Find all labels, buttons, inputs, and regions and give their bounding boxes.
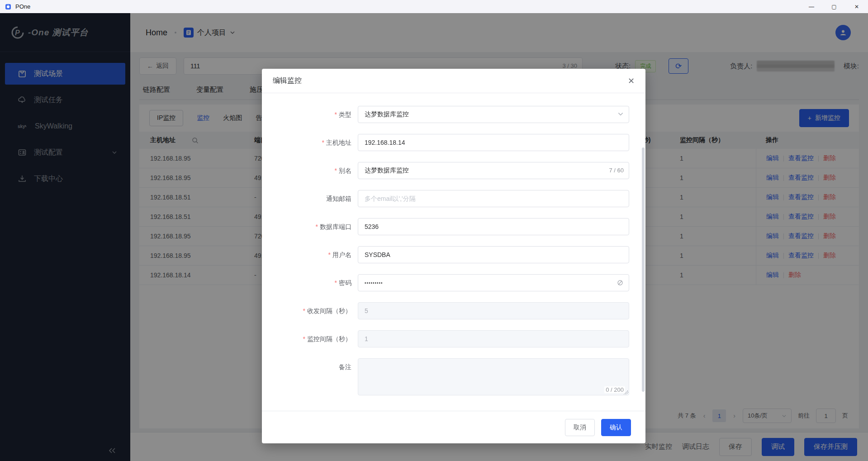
chevron-down-icon xyxy=(617,111,624,117)
monitor-interval-input xyxy=(358,330,629,347)
required-mark: * xyxy=(335,279,337,286)
required-mark: * xyxy=(303,307,305,314)
remark-counter: 0 / 200 xyxy=(604,386,625,393)
required-mark: * xyxy=(303,335,305,342)
host-label: 主机地址 xyxy=(326,139,351,146)
required-mark: * xyxy=(328,251,331,258)
os-title-bar: POne — ▢ ✕ xyxy=(0,0,868,13)
password-input[interactable] xyxy=(358,274,629,291)
host-input[interactable] xyxy=(358,134,629,151)
email-input[interactable] xyxy=(358,190,629,207)
username-input[interactable] xyxy=(358,246,629,263)
dialog-title: 编辑监控 xyxy=(273,76,302,86)
password-label: 密码 xyxy=(339,279,351,286)
type-select[interactable] xyxy=(358,106,629,123)
dbport-input[interactable] xyxy=(358,218,629,235)
confirm-button[interactable]: 确认 xyxy=(601,419,631,436)
close-icon[interactable]: ✕ xyxy=(628,77,635,85)
alias-counter: 7 / 60 xyxy=(609,162,624,179)
app-icon xyxy=(5,3,12,10)
send-interval-label: 收发间隔（秒） xyxy=(307,307,351,314)
modal-scrollbar[interactable] xyxy=(642,147,645,392)
resize-handle-icon[interactable] xyxy=(624,390,628,394)
alias-label: 别名 xyxy=(339,167,351,174)
email-label: 通知邮箱 xyxy=(326,195,351,202)
required-mark: * xyxy=(322,139,324,146)
dbport-label: 数据库端口 xyxy=(320,223,351,230)
close-window-button[interactable]: ✕ xyxy=(845,0,868,13)
send-interval-input xyxy=(358,302,629,319)
window-title: POne xyxy=(15,3,30,10)
type-label: 类型 xyxy=(339,111,351,118)
username-label: 用户名 xyxy=(332,251,351,258)
alias-input[interactable] xyxy=(358,162,629,179)
eye-off-icon[interactable] xyxy=(617,279,624,286)
required-mark: * xyxy=(335,111,337,118)
cancel-button[interactable]: 取消 xyxy=(565,419,595,436)
monitor-interval-label: 监控间隔（秒） xyxy=(307,335,351,342)
maximize-button[interactable]: ▢ xyxy=(823,0,845,13)
edit-monitor-dialog: 编辑监控 ✕ *类型 *主机地址 *别名 7 / 60 通知邮箱 *数据库端 xyxy=(262,69,645,443)
remark-label: 备注 xyxy=(339,363,351,371)
remark-textarea[interactable]: 0 / 200 xyxy=(358,358,629,395)
required-mark: * xyxy=(316,223,318,230)
required-mark: * xyxy=(335,167,337,174)
minimize-button[interactable]: — xyxy=(800,0,823,13)
